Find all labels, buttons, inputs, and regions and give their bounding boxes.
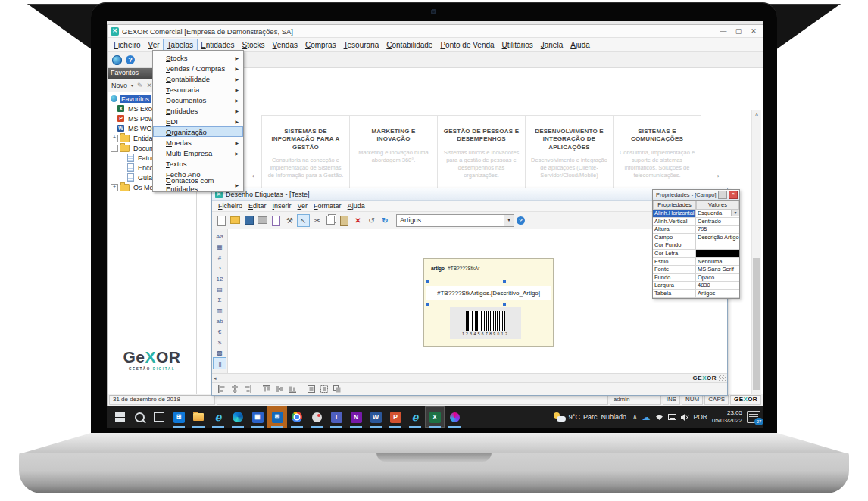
designer-menu-ficheiro[interactable]: Ficheiro <box>215 201 245 210</box>
spellcheck-tool-icon[interactable]: ab <box>214 316 226 326</box>
menu-item-entidades[interactable]: Entidades▶ <box>153 105 243 116</box>
taskbar-word[interactable]: W <box>366 406 386 428</box>
open-icon[interactable] <box>229 215 241 226</box>
maximize-button[interactable]: ▢ <box>732 26 745 36</box>
label-field-descritivo[interactable]: #TB????StkArtigos.[Descritivo_Artigo] <box>426 286 551 300</box>
refresh-icon[interactable]: ↻ <box>379 215 391 226</box>
resize-grip[interactable] <box>719 375 726 381</box>
taskbar-snip-sketch[interactable] <box>307 406 326 428</box>
carousel-next-icon[interactable]: → <box>711 169 721 180</box>
align-top-icon[interactable] <box>261 384 272 394</box>
property-row[interactable]: CampoDescrição Artigo <box>653 234 739 242</box>
taskbar-excel-active[interactable]: X <box>425 406 445 428</box>
property-row[interactable]: TabelaArtigos <box>653 290 739 298</box>
menu-item-moedas[interactable]: Moedas▶ <box>153 137 243 148</box>
tools-icon[interactable]: ⚒ <box>284 215 295 226</box>
delete-icon[interactable]: ✕ <box>147 82 153 89</box>
euro-tool-icon[interactable]: € <box>214 326 226 337</box>
taskbar-powerpoint[interactable]: P <box>386 406 405 428</box>
menu-tabelas[interactable]: Tabelas <box>164 39 197 51</box>
selection-handle[interactable] <box>426 303 429 306</box>
property-row-cor-letra[interactable]: Cor Letra <box>653 250 739 258</box>
edit-icon[interactable]: ✎ <box>137 82 143 89</box>
designer-hscrollbar[interactable]: ◂ GEXOR <box>212 373 727 382</box>
action-center-icon[interactable]: 27 <box>747 411 760 423</box>
designer-menu-editar[interactable]: Editar <box>245 201 270 210</box>
taskbar-store[interactable]: ⊞ <box>169 406 189 428</box>
language-indicator[interactable]: POR <box>694 413 707 421</box>
paste-icon[interactable] <box>339 215 350 226</box>
scrollbar-thumb[interactable] <box>753 258 760 390</box>
text-tool-icon[interactable]: Aa <box>214 231 226 241</box>
menu-janela[interactable]: Janela <box>537 39 567 51</box>
menu-entidades[interactable]: Entidades <box>197 39 238 51</box>
align-bottom-icon[interactable] <box>286 384 298 394</box>
minimize-button[interactable]: — <box>717 26 729 36</box>
help-icon[interactable]: ? <box>517 216 525 225</box>
cut-icon[interactable]: ✂ <box>311 215 323 226</box>
menu-item-contabilidade[interactable]: Contabilidade▶ <box>153 73 243 84</box>
scroll-left-icon[interactable]: ◂ <box>214 375 217 381</box>
barcode[interactable]: 123456789012 <box>450 307 521 339</box>
menu-item-organizacao[interactable]: Organização <box>153 126 243 137</box>
property-row[interactable]: Largura4830 <box>653 282 739 290</box>
column-propriedades[interactable]: Propriedades <box>653 201 696 210</box>
task-view-button[interactable] <box>149 406 169 428</box>
start-button[interactable] <box>110 406 130 428</box>
align-center-horizontal-icon[interactable] <box>229 384 240 394</box>
taskbar-calculator[interactable]: ▦ <box>248 406 267 428</box>
menu-ponto-de-venda[interactable]: Ponto de Venda <box>436 39 498 51</box>
property-row[interactable]: Cor Fundo <box>653 241 739 250</box>
undo-icon[interactable]: ↺ <box>366 215 377 226</box>
property-row[interactable]: FonteMS Sans Serif <box>653 266 739 274</box>
designer-menu-formatar[interactable]: Formatar <box>311 201 345 210</box>
same-size-icon[interactable] <box>331 384 342 394</box>
taskbar-paint-3d[interactable] <box>445 406 464 428</box>
close-button[interactable]: ✕ <box>748 26 760 36</box>
designer-menu-inserir[interactable]: Inserir <box>270 201 295 210</box>
taskbar-onenote[interactable]: N <box>346 406 366 428</box>
property-row[interactable]: FundoOpaco <box>653 274 739 282</box>
menu-compras[interactable]: Compras <box>301 39 340 51</box>
volume-muted-icon[interactable] <box>681 414 689 421</box>
chevron-down-icon[interactable]: ▼ <box>731 210 739 216</box>
table-combobox[interactable]: Artigos ▼ <box>396 214 514 227</box>
hidden-icons-chevron-icon[interactable]: ∧ <box>632 414 638 421</box>
taskbar-internet-explorer[interactable]: e <box>208 406 228 428</box>
collapse-icon[interactable]: - <box>111 145 118 152</box>
column-valores[interactable]: Valores <box>696 201 739 210</box>
menu-item-contactos-entidades[interactable]: Contactos com Entidades▶ <box>153 179 243 190</box>
menu-ver[interactable]: Ver <box>145 39 164 51</box>
scroll-up-icon[interactable]: ∧ <box>752 110 761 118</box>
property-row[interactable]: EstiloNenhuma <box>653 258 739 266</box>
menu-stocks[interactable]: Stocks <box>239 39 269 51</box>
barcode-tool-icon[interactable]: ||| <box>214 358 226 369</box>
wifi-icon[interactable] <box>655 414 663 421</box>
menu-utilitarios[interactable]: Utilitários <box>498 39 537 51</box>
copy-icon[interactable] <box>325 215 336 226</box>
property-row[interactable]: Alinh.VerticalCentrado <box>653 218 739 226</box>
new-icon[interactable] <box>216 215 227 226</box>
align-right-icon[interactable] <box>242 384 253 394</box>
property-row[interactable]: Altura795 <box>653 226 739 234</box>
taskbar-file-explorer[interactable] <box>189 406 208 428</box>
search-button[interactable] <box>130 406 149 428</box>
selection-handle[interactable] <box>503 280 506 283</box>
preview-icon[interactable] <box>270 215 282 226</box>
menu-vendas[interactable]: Vendas <box>269 39 301 51</box>
menu-item-stocks[interactable]: Stocks▶ <box>153 52 243 63</box>
image-tool-icon[interactable]: ▦ <box>214 241 226 252</box>
property-row[interactable]: Alinh.Horizontal Esquerda▼ <box>653 210 739 218</box>
menu-item-tesouraria[interactable]: Tesouraria▶ <box>153 84 243 95</box>
onedrive-cloud-icon[interactable]: ☁ <box>642 413 651 422</box>
close-icon[interactable]: × <box>729 191 738 199</box>
grid-tool-icon[interactable]: ▩ <box>214 347 226 358</box>
taskbar-teams[interactable]: T <box>326 406 346 428</box>
align-left-icon[interactable] <box>216 384 227 394</box>
label-preview[interactable]: artigo#TB????StkAr #TB????StkArtigos.[De… <box>423 258 554 347</box>
weather-widget[interactable]: 9°C Parc. Nublado <box>554 412 626 422</box>
number-tool-icon[interactable]: 12 <box>214 273 226 284</box>
taskbar-internet-explorer-2[interactable]: e <box>405 406 425 428</box>
menu-item-textos[interactable]: Textos <box>153 158 243 169</box>
menu-ficheiro[interactable]: Ficheiro <box>110 39 145 51</box>
